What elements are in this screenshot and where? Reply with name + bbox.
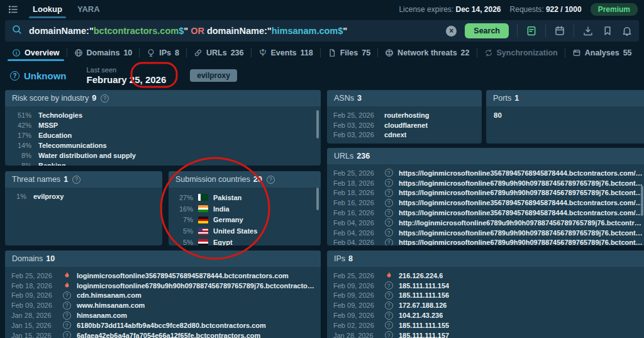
help-icon[interactable]: ?: [267, 176, 275, 184]
help-icon[interactable]: ?: [101, 94, 109, 103]
list-item: 14% Telecommunications: [5, 140, 321, 150]
calendar-icon[interactable]: [554, 25, 565, 37]
table-row[interactable]: Feb 25, 2026 ? https://loginmicrosoftonl…: [327, 168, 644, 178]
table-row[interactable]: Feb 04, 2026 ? https://loginmicrosoftonl…: [327, 228, 644, 238]
table-row[interactable]: Jan 28, 2026 ? 185.111.111.157: [327, 330, 644, 338]
country-flag-icon: [198, 205, 208, 212]
card-header: Ports1: [486, 90, 644, 106]
card-asns: ASNs3 Feb 25, 2026 routerhosting Feb 03,…: [327, 90, 482, 144]
tab-events[interactable]: Events118: [252, 44, 320, 61]
query-segment: ": [343, 26, 347, 36]
table-row[interactable]: Feb 25, 2026 routerhosting: [327, 110, 482, 120]
lookup-page: Lookup YARA License expires: Dec 14, 202…: [0, 0, 644, 338]
search-button[interactable]: Search: [465, 23, 509, 38]
entity-summary: ? Unknown Last seen February 25, 2026 ev…: [10, 63, 237, 88]
premium-badge: Premium: [591, 3, 638, 16]
tab-domains[interactable]: Domains10: [67, 44, 140, 61]
list-item: 7% Germany: [169, 215, 321, 226]
table-row[interactable]: Feb 04, 2026 ? https://loginmicrosoftonl…: [327, 238, 644, 245]
card-header: Threat names1 ?: [5, 171, 162, 188]
question-circle-icon: ?: [384, 239, 393, 245]
card-risk-score-by-industry: Risk score by industry9 ? 51% Technologi…: [5, 90, 321, 166]
table-row[interactable]: Feb 09, 2026 ? www.himsanam.com: [5, 300, 321, 310]
notifications-bell-icon[interactable]: [621, 25, 633, 37]
table-row[interactable]: Feb 18, 2026 ? https://loginmicrosoftonl…: [327, 188, 644, 198]
country-flag-icon: [198, 217, 208, 223]
table-row[interactable]: Feb 02, 2026 ? 185.111.111.155: [327, 320, 644, 330]
tab-files[interactable]: Files75: [321, 44, 377, 61]
table-row[interactable]: Feb 09, 2026 ? 172.67.188.126: [327, 300, 644, 310]
help-icon[interactable]: ?: [72, 176, 80, 184]
threat-name-list: 1% evilproxy: [5, 188, 162, 201]
app-tab-yara[interactable]: YARA: [70, 0, 108, 18]
tab-ips[interactable]: IPs8: [140, 44, 186, 61]
verdict-label: Unknown: [24, 70, 67, 81]
table-row[interactable]: Feb 03, 2026 cloudflarenet: [327, 120, 482, 130]
table-row[interactable]: Feb 09, 2026 ? 104.21.43.236: [327, 310, 644, 320]
query-segment: ": [184, 26, 191, 36]
bookmark-icon[interactable]: [602, 25, 613, 37]
clear-search-icon[interactable]: ×: [446, 26, 457, 37]
card-domains: Domains10 Feb 25, 2026 loginmicrosoftonl…: [5, 251, 321, 338]
table-row[interactable]: Feb 18, 2026 ? https://loginmicrosoftonl…: [327, 178, 644, 188]
threat-tag-evilproxy[interactable]: evilproxy: [190, 69, 237, 82]
question-circle-icon: ?: [384, 291, 393, 300]
list-item: 8% Banking: [5, 161, 321, 166]
app-tab-lookup[interactable]: Lookup: [25, 0, 70, 18]
tab-urls[interactable]: URLs236: [187, 44, 251, 61]
query-segment: $: [179, 26, 184, 36]
scrollbar-thumb[interactable]: [316, 110, 319, 138]
query-segment: OR: [191, 26, 204, 36]
domain-list: Feb 25, 2026 loginmicrosoftonline3567894…: [5, 267, 321, 338]
list-menu-icon[interactable]: [8, 4, 19, 15]
country-flag-icon: [198, 194, 208, 201]
divider: [545, 25, 546, 37]
table-row[interactable]: Feb 25, 2026 216.126.224.6: [327, 271, 644, 281]
verdict-unknown[interactable]: ? Unknown: [10, 70, 67, 81]
last-seen: Last seen February 25, 2026: [87, 66, 167, 85]
result-tabs: Overview Domains10 IPs8 URLs236 Events11…: [0, 44, 644, 61]
tab-synchronization[interactable]: Synchronization: [477, 44, 565, 61]
requests-quota: Requests: 922 / 1000: [510, 5, 582, 14]
table-row[interactable]: Jan 15, 2026 ? 6180bb73dd114abfb9a4bcc9f…: [5, 320, 321, 330]
question-circle-icon: ?: [384, 218, 393, 227]
table-row[interactable]: Feb 09, 2026 ? 185.111.111.154: [327, 281, 644, 291]
query-segment: domainName:": [204, 26, 272, 36]
question-circle-icon: ?: [10, 71, 19, 81]
saved-queries-icon[interactable]: [526, 25, 537, 37]
question-circle-icon: ?: [384, 209, 393, 217]
question-circle-icon: ?: [384, 331, 393, 338]
card-header: IPs8: [327, 251, 644, 267]
table-row[interactable]: Feb 18, 2026 loginmicrosoftonline6789u9h…: [5, 281, 321, 291]
table-row[interactable]: Feb 04, 2026 ? http://loginmicrosoftonli…: [327, 218, 644, 228]
download-icon[interactable]: [582, 25, 594, 37]
query-segment: himsanam.com: [272, 26, 338, 36]
card-ips: IPs8 Feb 25, 2026 216.126.224.6 Feb 09, …: [327, 251, 644, 338]
table-row[interactable]: Feb 25, 2026 loginmicrosoftonline3567894…: [5, 271, 321, 281]
question-circle-icon: ?: [384, 281, 393, 290]
question-circle-icon: ?: [384, 321, 393, 329]
tab-analyses[interactable]: Analyses55: [565, 44, 639, 61]
table-row[interactable]: Feb 09, 2026 ? 185.111.111.156: [327, 291, 644, 301]
table-row[interactable]: Jan 28, 2026 ? himsanam.com: [5, 310, 321, 320]
table-row[interactable]: Jan 15, 2026 ? 6afaea42eb6a4a7fa7054e66a…: [5, 330, 321, 338]
search-input[interactable]: domainName:"bctcontractors.com$" OR doma…: [29, 26, 440, 36]
question-circle-icon: ?: [384, 179, 393, 187]
table-row[interactable]: Feb 16, 2026 ? https://loginmicrosoftonl…: [327, 208, 644, 218]
scrollbar-thumb[interactable]: [316, 188, 319, 210]
table-row[interactable]: Feb 09, 2026 ? cdn.himsanam.com: [5, 291, 321, 301]
scrollbar-thumb[interactable]: [641, 186, 643, 216]
table-row[interactable]: Feb 03, 2026 cdnext: [327, 130, 482, 140]
table-row[interactable]: Feb 16, 2026 ? https://loginmicrosoftonl…: [327, 198, 644, 208]
question-circle-icon: ?: [384, 199, 393, 207]
question-circle-icon: ?: [384, 189, 393, 197]
tab-overview[interactable]: Overview: [5, 44, 67, 61]
fire-icon: [62, 271, 71, 279]
card-header: ASNs3: [327, 90, 482, 106]
search-bar: domainName:"bctcontractors.com$" OR doma…: [5, 20, 639, 42]
tab-network-threats[interactable]: Network threats22: [378, 44, 476, 61]
port-value[interactable]: 80: [486, 106, 644, 124]
list-item: 8% Water distribution and supply: [5, 150, 321, 161]
risk-industry-list: 51% Technologies 42% MSSP 17% Education …: [5, 106, 321, 166]
country-flag-icon: [198, 228, 208, 235]
